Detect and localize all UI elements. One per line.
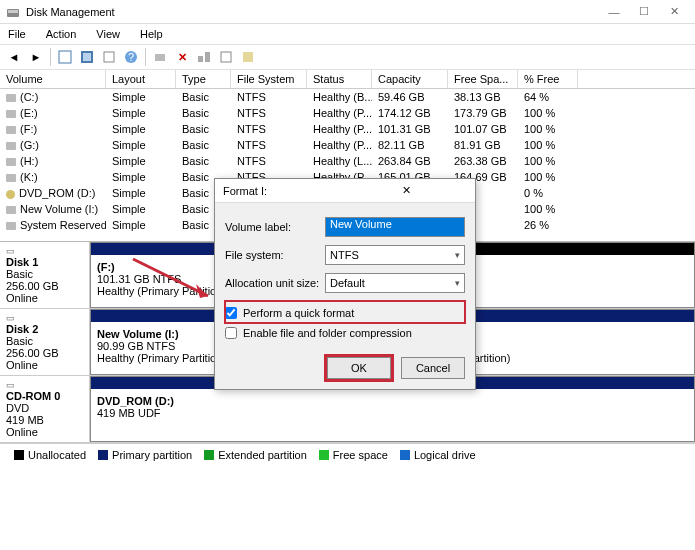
legend: Unallocated Primary partition Extended p… [0, 443, 695, 465]
svg-rect-4 [83, 53, 91, 61]
legend-swatch-primary [98, 450, 108, 460]
col-capacity[interactable]: Capacity [372, 70, 448, 88]
title-bar: Disk Management — ☐ ✕ [0, 0, 695, 24]
minimize-button[interactable]: — [599, 2, 629, 22]
refresh-icon[interactable] [77, 47, 97, 67]
col-volume[interactable]: Volume [0, 70, 106, 88]
ok-button[interactable]: OK [327, 357, 391, 379]
table-row[interactable]: (F:)SimpleBasicNTFSHealthy (P...101.31 G… [0, 121, 695, 137]
svg-rect-10 [205, 52, 210, 62]
toolbar: ◄ ► ? ✕ [0, 44, 695, 70]
disk-info[interactable]: ▭Disk 2Basic256.00 GBOnline [0, 309, 90, 375]
legend-logical: Logical drive [414, 449, 476, 461]
filesystem-select[interactable]: NTFS▾ [325, 245, 465, 265]
legend-swatch-free [319, 450, 329, 460]
table-row[interactable]: (H:)SimpleBasicNTFSHealthy (L...263.84 G… [0, 153, 695, 169]
help-icon[interactable]: ? [121, 47, 141, 67]
svg-rect-12 [243, 52, 253, 62]
col-filesystem[interactable]: File System [231, 70, 307, 88]
svg-text:?: ? [128, 51, 134, 63]
toolbar-icon[interactable] [216, 47, 236, 67]
cancel-button[interactable]: Cancel [401, 357, 465, 379]
toolbar-icon[interactable] [55, 47, 75, 67]
forward-icon[interactable]: ► [26, 47, 46, 67]
dialog-title: Format I: [223, 185, 345, 197]
compression-checkbox[interactable]: Enable file and folder compression [225, 327, 465, 339]
toolbar-icon[interactable] [238, 47, 258, 67]
close-button[interactable]: ✕ [659, 2, 689, 22]
allocation-size-select[interactable]: Default▾ [325, 273, 465, 293]
allocation-size-label: Allocation unit size: [225, 277, 325, 289]
app-icon [6, 5, 20, 19]
quick-format-checkbox[interactable]: Perform a quick format [225, 307, 465, 319]
chevron-down-icon: ▾ [455, 250, 460, 260]
filesystem-label: File system: [225, 249, 325, 261]
dialog-titlebar[interactable]: Format I: ✕ [215, 179, 475, 203]
chevron-down-icon: ▾ [455, 278, 460, 288]
table-row[interactable]: (G:)SimpleBasicNTFSHealthy (P...82.11 GB… [0, 137, 695, 153]
legend-extended: Extended partition [218, 449, 307, 461]
disk-info[interactable]: ▭Disk 1Basic256.00 GBOnline [0, 242, 90, 308]
svg-rect-9 [198, 56, 203, 62]
toolbar-icon[interactable] [194, 47, 214, 67]
col-freespace[interactable]: Free Spa... [448, 70, 518, 88]
delete-icon[interactable]: ✕ [172, 47, 192, 67]
back-icon[interactable]: ◄ [4, 47, 24, 67]
maximize-button[interactable]: ☐ [629, 2, 659, 22]
menu-view[interactable]: View [92, 26, 124, 42]
menu-file[interactable]: File [4, 26, 30, 42]
legend-swatch-unallocated [14, 450, 24, 460]
col-pctfree[interactable]: % Free [518, 70, 578, 88]
table-row[interactable]: (C:)SimpleBasicNTFSHealthy (B...59.46 GB… [0, 89, 695, 105]
window-title: Disk Management [26, 6, 599, 18]
disk-info[interactable]: ▭CD-ROM 0DVD419 MBOnline [0, 376, 90, 442]
legend-primary: Primary partition [112, 449, 192, 461]
table-row[interactable]: (E:)SimpleBasicNTFSHealthy (P...174.12 G… [0, 105, 695, 121]
svg-rect-11 [221, 52, 231, 62]
col-type[interactable]: Type [176, 70, 231, 88]
menu-bar: File Action View Help [0, 24, 695, 44]
volume-label-label: Volume label: [225, 221, 325, 233]
menu-help[interactable]: Help [136, 26, 167, 42]
legend-swatch-logical [400, 450, 410, 460]
col-status[interactable]: Status [307, 70, 372, 88]
legend-swatch-extended [204, 450, 214, 460]
svg-rect-8 [155, 54, 165, 61]
dialog-close-icon[interactable]: ✕ [345, 184, 467, 197]
volume-label-input[interactable]: New Volume [325, 217, 465, 237]
column-headers: Volume Layout Type File System Status Ca… [0, 70, 695, 89]
menu-action[interactable]: Action [42, 26, 81, 42]
toolbar-icon[interactable] [150, 47, 170, 67]
legend-unallocated: Unallocated [28, 449, 86, 461]
svg-rect-5 [104, 52, 114, 62]
svg-rect-1 [8, 10, 18, 13]
legend-free: Free space [333, 449, 388, 461]
svg-rect-2 [59, 51, 71, 63]
format-dialog: Format I: ✕ Volume label: New Volume Fil… [214, 178, 476, 390]
properties-icon[interactable] [99, 47, 119, 67]
col-layout[interactable]: Layout [106, 70, 176, 88]
